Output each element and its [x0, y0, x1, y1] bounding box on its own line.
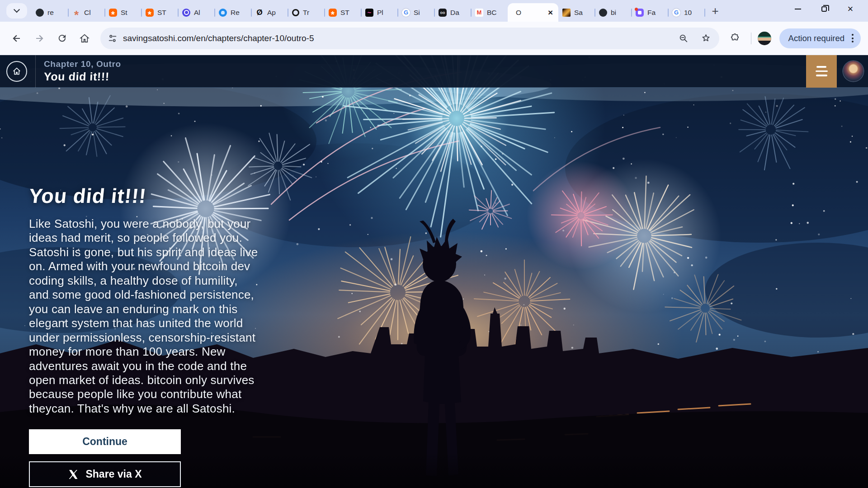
- tab[interactable]: Al: [178, 3, 215, 22]
- home-button[interactable]: [75, 29, 94, 48]
- tab-label: Re: [231, 9, 247, 17]
- site-settings-icon: [108, 33, 118, 43]
- action-required-button[interactable]: Action required: [779, 28, 861, 48]
- wallet-icon: [439, 9, 447, 17]
- house-icon: [12, 66, 22, 76]
- action-required-label: Action required: [788, 33, 844, 43]
- hero-heading: You did it!!!: [28, 184, 261, 208]
- hero-body-text: Like Satoshi, you were a nobody, but you…: [29, 217, 260, 416]
- tab[interactable]: Cl: [68, 3, 105, 22]
- browser-window: re Cl St ST: [0, 0, 868, 488]
- reload-button[interactable]: [52, 29, 71, 48]
- x-logo-icon: [68, 469, 79, 480]
- tab[interactable]: ST: [142, 3, 178, 22]
- headset-icon: [219, 9, 227, 17]
- tab-search-button[interactable]: [6, 3, 27, 19]
- hamburger-icon: [816, 66, 826, 68]
- tab-label: bi: [611, 9, 627, 17]
- more-menu-icon[interactable]: [849, 31, 856, 45]
- tab-label: ST: [340, 9, 357, 17]
- tab[interactable]: Fa: [632, 3, 668, 22]
- primal-icon: [365, 9, 373, 17]
- toolbar-separator: [751, 33, 751, 44]
- maximize-icon: [821, 6, 827, 12]
- github-icon: [599, 9, 607, 17]
- back-button[interactable]: [7, 29, 26, 48]
- share-label: Share via X: [85, 468, 142, 480]
- minimize-button[interactable]: [785, 0, 811, 18]
- browser-toolbar: savingsatoshi.com/en/chapters/chapter-10…: [0, 22, 868, 55]
- site-home-button[interactable]: [6, 61, 27, 82]
- extensions-button[interactable]: [726, 29, 745, 48]
- tabs: re Cl St ST: [32, 0, 705, 22]
- tab[interactable]: 10: [668, 3, 705, 22]
- back-arrow-icon: [11, 33, 22, 44]
- maximize-button[interactable]: [811, 0, 837, 18]
- stacker-news-icon: [109, 9, 117, 17]
- share-via-x-button[interactable]: Share via X: [29, 461, 181, 487]
- gmail-icon: [475, 9, 483, 17]
- ghost-icon: [255, 9, 264, 17]
- tab-label: Da: [450, 9, 467, 17]
- tab[interactable]: bi: [595, 3, 632, 22]
- bookmark-button[interactable]: [698, 30, 715, 47]
- tab[interactable]: Pl: [361, 3, 398, 22]
- tab[interactable]: Tr: [288, 3, 325, 22]
- tab-label: Ap: [267, 9, 284, 17]
- tab-label: St: [121, 9, 137, 17]
- zoom-out-icon: [679, 33, 689, 43]
- tab-strip: re Cl St ST: [0, 0, 868, 22]
- user-avatar[interactable]: [843, 61, 863, 81]
- menu-button[interactable]: [806, 55, 837, 88]
- stacker-news-icon: [146, 9, 154, 17]
- bookmark-star-icon: [701, 33, 711, 43]
- tab-label: ST: [157, 9, 174, 17]
- tab-label: Cl: [84, 9, 101, 17]
- tab-label: Al: [194, 9, 211, 17]
- tab-label: Fa: [647, 9, 664, 17]
- url-bar[interactable]: savingsatoshi.com/en/chapters/chapter-10…: [100, 28, 719, 49]
- zoom-button[interactable]: [675, 30, 692, 47]
- tab[interactable]: St: [105, 3, 142, 22]
- tab[interactable]: Si: [398, 3, 434, 22]
- tab[interactable]: Ap: [251, 3, 288, 22]
- window-controls: ×: [785, 0, 863, 18]
- tab-label: Sa: [574, 9, 591, 17]
- forward-arrow-icon: [34, 33, 45, 44]
- google-icon: [672, 9, 680, 17]
- tab[interactable]: Re: [215, 3, 251, 22]
- anthropic-icon: [182, 9, 190, 17]
- new-tab-button[interactable]: +: [708, 3, 723, 19]
- tab[interactable]: Da: [434, 3, 471, 22]
- tab[interactable]: Sa: [558, 3, 595, 22]
- tab[interactable]: O ×: [508, 3, 558, 22]
- url-text[interactable]: savingsatoshi.com/en/chapters/chapter-10…: [123, 33, 670, 43]
- tab[interactable]: ST: [325, 3, 361, 22]
- tab[interactable]: re: [32, 3, 68, 22]
- stacker-news-icon: [329, 9, 337, 17]
- home-icon: [79, 33, 90, 44]
- chapter-label: Chapter 10, Outro: [44, 59, 121, 69]
- continue-button[interactable]: Continue: [29, 429, 181, 454]
- tab[interactable]: BC: [471, 3, 508, 22]
- forward-button[interactable]: [30, 29, 49, 48]
- chevron-down-icon: [14, 6, 20, 13]
- tab-label: Si: [414, 9, 430, 17]
- chapter-title: You did it!!!: [43, 70, 121, 83]
- site-header: Chapter 10, Outro You did it!!!: [0, 55, 868, 88]
- github-icon: [36, 9, 44, 17]
- header-divider: [35, 55, 36, 88]
- tab-close-icon[interactable]: ×: [547, 8, 554, 18]
- claude-icon: [72, 9, 80, 17]
- close-icon: ×: [848, 4, 854, 14]
- profile-avatar[interactable]: [758, 32, 771, 45]
- close-window-button[interactable]: ×: [837, 0, 863, 18]
- header-titles: Chapter 10, Outro You did it!!!: [44, 59, 121, 83]
- extensions-puzzle-icon: [730, 33, 740, 43]
- minimize-icon: [795, 9, 801, 10]
- tab-label: 10: [684, 9, 701, 17]
- purple-app-icon: [636, 9, 644, 17]
- tab-label: BC: [487, 9, 504, 17]
- tab-label: O: [516, 9, 543, 17]
- tab-label: Pl: [377, 9, 394, 17]
